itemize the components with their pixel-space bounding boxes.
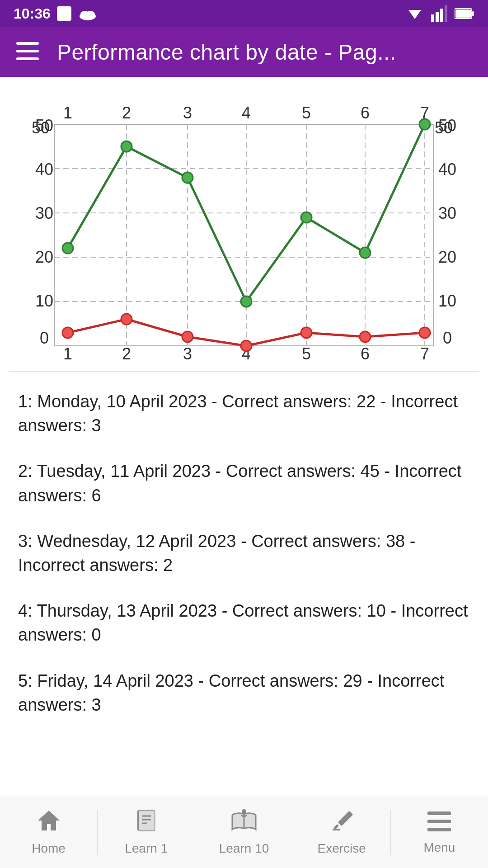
nav-home-label: Home: [32, 841, 66, 856]
nav-learn1-label: Learn 1: [125, 841, 168, 856]
svg-rect-70: [138, 811, 155, 830]
svg-rect-14: [16, 57, 39, 60]
svg-point-64: [241, 340, 252, 351]
nav-menu-label: Menu: [423, 840, 455, 855]
svg-point-58: [301, 212, 312, 223]
svg-text:2: 2: [122, 104, 131, 122]
svg-point-62: [121, 314, 132, 325]
svg-text:20: 20: [35, 248, 53, 266]
nav-learn10[interactable]: Learn 10: [195, 809, 292, 856]
svg-point-66: [360, 331, 371, 342]
svg-marker-68: [38, 811, 60, 830]
svg-rect-5: [431, 14, 434, 22]
status-bar-right: [406, 5, 474, 22]
svg-rect-13: [16, 50, 39, 52]
bottom-navigation: Home Learn 1 Learn 10: [0, 796, 488, 868]
hamburger-menu-button[interactable]: [16, 40, 39, 64]
svg-rect-43: [54, 124, 434, 346]
svg-point-65: [301, 327, 312, 338]
battery-icon: [455, 8, 474, 19]
svg-rect-8: [445, 5, 447, 22]
app-icon: [56, 5, 72, 22]
svg-text:3: 3: [183, 344, 192, 362]
menu-icon: [427, 810, 451, 837]
svg-point-63: [182, 331, 193, 342]
svg-text:6: 6: [361, 344, 370, 362]
svg-rect-77: [338, 811, 353, 826]
svg-point-59: [360, 247, 371, 258]
wifi-icon: [406, 5, 424, 22]
svg-text:50: 50: [32, 118, 50, 137]
svg-text:30: 30: [438, 204, 456, 222]
performance-chart: 50 50 40 30 20 10 0 50 50 40 30 20 10 0 …: [9, 90, 479, 371]
svg-text:40: 40: [438, 160, 456, 179]
svg-text:5: 5: [302, 344, 311, 362]
chart-svg: 50 50 40 30 20 10 0 50 50 40 30 20 10 0 …: [18, 99, 470, 362]
svg-marker-4: [408, 10, 421, 19]
svg-point-67: [419, 327, 430, 338]
svg-text:0: 0: [443, 329, 452, 347]
svg-text:7: 7: [420, 344, 429, 362]
pencil-icon: [330, 809, 353, 838]
book-icon: [135, 809, 158, 838]
svg-point-57: [241, 296, 252, 307]
list-item: 3: Wednesday, 12 April 2023 - Correct an…: [18, 529, 470, 577]
nav-menu[interactable]: Menu: [391, 810, 488, 855]
list-item: 5: Friday, 14 April 2023 - Correct answe…: [18, 669, 470, 717]
home-icon: [37, 809, 61, 838]
time: 10:36: [14, 5, 51, 22]
svg-text:40: 40: [35, 160, 53, 179]
nav-exercise-label: Exercise: [318, 841, 366, 856]
svg-point-54: [62, 243, 73, 254]
svg-point-76: [242, 809, 246, 814]
svg-text:0: 0: [40, 329, 49, 347]
svg-text:1: 1: [63, 104, 72, 122]
svg-rect-11: [455, 9, 471, 18]
status-bar-left: 10:36: [14, 5, 98, 22]
page-title: Performance chart by date - Pag...: [57, 40, 396, 65]
svg-rect-80: [427, 811, 451, 815]
svg-text:20: 20: [438, 248, 456, 266]
svg-text:50: 50: [435, 118, 453, 137]
svg-rect-81: [427, 820, 451, 823]
svg-text:3: 3: [183, 104, 192, 122]
svg-text:5: 5: [302, 104, 311, 122]
nav-learn10-label: Learn 10: [219, 841, 269, 856]
svg-rect-7: [440, 9, 443, 22]
chart-svg-wrapper: 50 50 40 30 20 10 0 50 50 40 30 20 10 0 …: [14, 99, 474, 362]
list-item: 4: Thursday, 13 April 2023 - Correct ans…: [18, 599, 470, 647]
section-divider: [9, 371, 479, 372]
nav-exercise[interactable]: Exercise: [293, 809, 390, 856]
app-header: Performance chart by date - Pag...: [0, 27, 488, 77]
data-list: 1: Monday, 10 April 2023 - Correct answe…: [9, 390, 479, 717]
book-open-icon: [231, 809, 257, 838]
main-content: 50 50 40 30 20 10 0 50 50 40 30 20 10 0 …: [0, 77, 488, 868]
signal-icon: [431, 5, 447, 22]
svg-text:4: 4: [242, 104, 251, 122]
svg-rect-12: [16, 42, 39, 45]
svg-rect-79: [333, 829, 340, 830]
svg-text:30: 30: [35, 204, 53, 222]
cloud-icon: [78, 5, 98, 22]
svg-rect-82: [427, 828, 451, 831]
svg-text:2: 2: [122, 344, 131, 362]
nav-home[interactable]: Home: [0, 809, 97, 856]
svg-point-3: [86, 11, 95, 18]
svg-rect-74: [137, 811, 139, 830]
list-item: 2: Tuesday, 11 April 2023 - Correct answ…: [18, 459, 470, 507]
svg-point-55: [121, 141, 132, 152]
svg-text:10: 10: [35, 292, 53, 310]
svg-point-61: [62, 327, 73, 338]
nav-learn1[interactable]: Learn 1: [98, 809, 195, 856]
svg-text:6: 6: [361, 104, 370, 122]
svg-rect-0: [57, 6, 71, 21]
svg-point-56: [182, 172, 193, 183]
status-bar: 10:36: [0, 0, 488, 27]
list-item: 1: Monday, 10 April 2023 - Correct answe…: [18, 390, 470, 438]
svg-rect-6: [436, 12, 439, 22]
svg-text:1: 1: [63, 344, 72, 362]
svg-text:10: 10: [438, 292, 456, 310]
svg-rect-10: [472, 11, 474, 16]
svg-point-60: [419, 119, 430, 130]
